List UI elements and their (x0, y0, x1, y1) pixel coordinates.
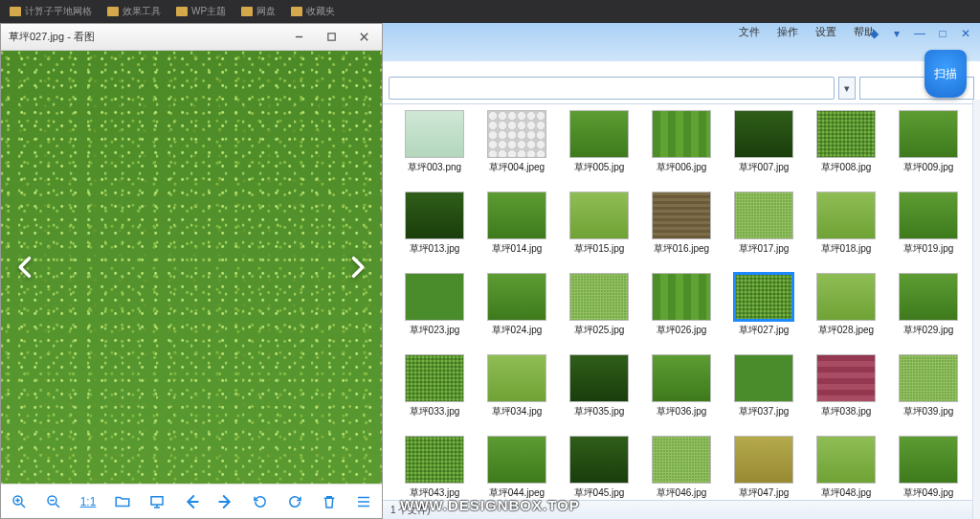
tab-label: 网盘 (256, 5, 276, 18)
thumbnail-item[interactable]: 草坪005.jpg (561, 110, 637, 174)
status-bar: 1 个文件) (383, 500, 980, 519)
zoom-out-button[interactable] (43, 491, 64, 512)
thumbnail-item[interactable]: 草坪043.jpg (396, 436, 473, 500)
thumbnail-item[interactable]: 草坪006.jpg (643, 110, 720, 174)
address-dropdown-button[interactable]: ▾ (838, 77, 856, 100)
prev-image-button[interactable] (9, 250, 43, 284)
thumbnail-item[interactable]: 草坪045.jpg (561, 436, 637, 500)
slideshow-button[interactable] (146, 491, 167, 512)
thumbnail-label: 草坪048.jpg (821, 486, 872, 500)
thumbnail-item[interactable]: 草坪048.jpg (808, 436, 884, 500)
dropdown-icon[interactable]: ▾ (886, 25, 907, 42)
minimize-button[interactable] (282, 27, 315, 48)
open-folder-button[interactable] (112, 491, 133, 512)
thumbnail-grid-container[interactable]: 草坪003.png草坪004.jpeg草坪005.jpg草坪006.jpg草坪0… (383, 103, 980, 500)
thumbnail-item[interactable]: 草坪039.jpg (890, 354, 967, 418)
menu-bar: 文件 操作 设置 帮助 (739, 25, 875, 39)
thumbnail-label: 草坪029.jpg (903, 324, 954, 337)
minimize-icon[interactable]: — (909, 25, 930, 42)
browser-tab[interactable]: WP主题 (170, 3, 232, 20)
zoom-in-button[interactable] (9, 491, 30, 512)
menu-action[interactable]: 操作 (777, 25, 798, 39)
thumbnail-item[interactable]: 草坪047.jpg (725, 436, 802, 500)
rotate-ccw-button[interactable] (250, 491, 271, 512)
actual-size-button[interactable]: 1:1 (78, 491, 99, 512)
thumbnail-item[interactable]: 草坪014.jpg (479, 192, 555, 256)
delete-button[interactable] (319, 491, 340, 512)
thumbnail-image (569, 192, 629, 239)
thumbnail-item[interactable]: 草坪026.jpg (643, 273, 720, 337)
folder-icon (291, 7, 302, 16)
thumbnail-image (652, 436, 711, 484)
thumbnail-item[interactable]: 草坪027.jpg (725, 273, 802, 337)
thumbnail-label: 草坪008.jpg (821, 161, 872, 174)
next-button[interactable] (215, 491, 236, 512)
browser-tab[interactable]: 计算子平地网格 (4, 3, 98, 20)
thumbnail-item[interactable]: 草坪023.jpg (396, 273, 473, 337)
thumbnail-item[interactable]: 草坪018.jpg (808, 192, 884, 256)
thumbnail-image (405, 110, 464, 158)
thumbnail-image (899, 436, 958, 484)
thumbnail-image (652, 273, 711, 321)
thumbnail-image (816, 436, 876, 484)
address-input[interactable] (389, 77, 835, 100)
thumbnail-item[interactable]: 草坪008.jpg (808, 110, 884, 174)
thumbnail-item[interactable]: 草坪044.jpeg (479, 436, 555, 500)
thumbnail-item[interactable]: 草坪046.jpg (643, 436, 720, 500)
thumbnail-image (816, 192, 876, 239)
browser-tab[interactable]: 收藏夹 (285, 3, 341, 20)
thumbnail-label: 草坪035.jpg (574, 405, 625, 418)
thumbnail-item[interactable]: 草坪049.jpg (890, 436, 967, 500)
viewer-canvas[interactable] (1, 51, 382, 484)
rotate-cw-button[interactable] (284, 491, 305, 512)
thumbnail-item[interactable]: 草坪024.jpg (479, 273, 555, 337)
more-menu-button[interactable] (353, 491, 374, 512)
svg-rect-0 (327, 34, 334, 40)
close-button[interactable] (347, 27, 380, 48)
viewer-toolbar: 1:1 (1, 484, 382, 518)
maximize-icon[interactable]: □ (932, 25, 953, 42)
folder-icon (10, 7, 21, 16)
prev-button[interactable] (181, 491, 202, 512)
thumbnail-image (652, 110, 711, 158)
thumbnail-label: 草坪005.jpg (574, 161, 625, 174)
browser-tab[interactable]: 效果工具 (101, 3, 167, 20)
thumbnail-item[interactable]: 草坪004.jpeg (479, 110, 555, 174)
thumbnail-label: 草坪025.jpg (574, 324, 625, 337)
feedback-icon[interactable]: ◆ (863, 25, 884, 42)
thumbnail-item[interactable]: 草坪016.jpeg (643, 192, 720, 256)
file-browser-window: 文件 操作 设置 帮助 ◆ ▾ — □ ✕ 扫描 ▾ 草坪003.png草坪00… (383, 23, 980, 519)
thumbnail-item[interactable]: 草坪019.jpg (890, 192, 967, 256)
thumbnail-item[interactable]: 草坪003.png (396, 110, 473, 174)
thumbnail-item[interactable]: 草坪038.jpg (808, 354, 884, 418)
thumbnail-label: 草坪019.jpg (903, 242, 954, 256)
thumbnail-item[interactable]: 草坪013.jpg (396, 192, 473, 256)
viewer-titlebar[interactable]: 草坪027.jpg - 看图 (1, 24, 382, 51)
thumbnail-label: 草坪003.png (408, 161, 461, 174)
thumbnail-item[interactable]: 草坪029.jpg (890, 273, 967, 337)
thumbnail-item[interactable]: 草坪009.jpg (890, 110, 967, 174)
browser-tab[interactable]: 网盘 (235, 3, 281, 20)
menu-settings[interactable]: 设置 (815, 25, 836, 39)
thumbnail-item[interactable]: 草坪035.jpg (561, 354, 637, 418)
thumbnail-item[interactable]: 草坪007.jpg (725, 110, 802, 174)
close-icon[interactable]: ✕ (955, 25, 976, 42)
thumbnail-item[interactable]: 草坪015.jpg (561, 192, 637, 256)
thumbnail-item[interactable]: 草坪033.jpg (396, 354, 473, 418)
thumbnail-item[interactable]: 草坪034.jpg (479, 354, 555, 418)
browser-tab-strip: 计算子平地网格 效果工具 WP主题 网盘 收藏夹 (0, 0, 980, 23)
menu-file[interactable]: 文件 (739, 25, 760, 39)
thumbnail-label: 草坪015.jpg (574, 242, 625, 256)
thumbnail-label: 草坪018.jpg (821, 242, 872, 256)
right-sidebar-edge[interactable] (972, 100, 980, 519)
thumbnail-item[interactable]: 草坪037.jpg (725, 354, 802, 418)
next-image-button[interactable] (340, 250, 374, 284)
thumbnail-label: 草坪049.jpg (903, 486, 954, 500)
maximize-button[interactable] (315, 27, 347, 48)
thumbnail-item[interactable]: 草坪036.jpg (643, 354, 720, 418)
scan-button[interactable]: 扫描 (924, 50, 967, 98)
thumbnail-item[interactable]: 草坪017.jpg (725, 192, 802, 256)
thumbnail-item[interactable]: 草坪028.jpeg (808, 273, 884, 337)
thumbnail-item[interactable]: 草坪025.jpg (561, 273, 637, 337)
thumbnail-label: 草坪014.jpg (492, 242, 543, 256)
